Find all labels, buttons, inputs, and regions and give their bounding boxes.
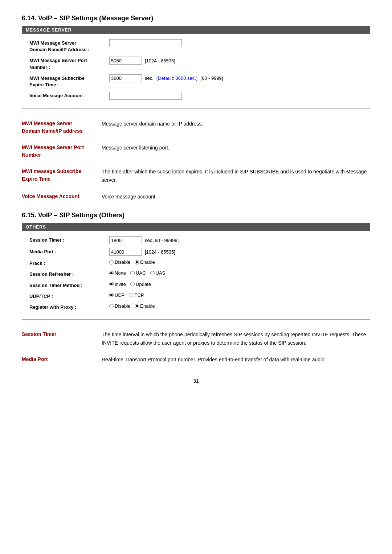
- timer-invite-item[interactable]: Invite: [109, 282, 126, 287]
- desc-mwi-port: MWI Message Server PortNumber Message se…: [22, 144, 370, 159]
- timer-update-item[interactable]: Update: [130, 282, 151, 287]
- timer-update-label: Update: [136, 282, 151, 287]
- mwi-domain-input[interactable]: [109, 39, 182, 47]
- proxy-enable-label: Enable: [140, 303, 155, 309]
- prack-enable-radio[interactable]: [135, 260, 139, 264]
- desc-mwi-subscribe-term: MWI message SubscribeExpire Time: [22, 168, 94, 184]
- others-body: Session Timer : sec.[90 - 99999] Media P…: [22, 231, 370, 319]
- mwi-expire-input[interactable]: [109, 74, 142, 82]
- tcp-item[interactable]: TCP: [129, 292, 144, 298]
- udp-tcp-row: UDP/TCP : UDP TCP: [29, 292, 363, 300]
- section-614-title: 6.14. VoIP – SIP Settings (Message Serve…: [22, 15, 370, 22]
- udp-radio[interactable]: [109, 293, 114, 297]
- others-header: OTHERS: [22, 223, 370, 231]
- register-proxy-control: Disable Enable: [109, 303, 363, 309]
- session-timer-method-label: Session Timer Method :: [29, 282, 109, 289]
- desc-mwi-subscribe: MWI message SubscribeExpire Time The tim…: [22, 168, 370, 184]
- desc-mwi-domain: MWI Message ServerDomain Name/IP address…: [22, 120, 370, 135]
- proxy-enable-radio[interactable]: [135, 304, 139, 308]
- prack-disable-label: Disable: [115, 259, 130, 265]
- mwi-port-input[interactable]: [109, 57, 142, 65]
- refresher-uas-item[interactable]: UAS: [150, 270, 166, 276]
- prack-row: Prack : Disable Enable: [29, 259, 363, 267]
- message-server-header: MESSAGE SERVER: [22, 26, 370, 34]
- media-port-hint: [1024 - 65535]: [145, 249, 175, 255]
- desc-mwi-domain-detail: Message server domain name or IP address…: [102, 120, 370, 135]
- desc-voice-message-term: Voice Message Account: [22, 193, 94, 201]
- refresher-uac-radio[interactable]: [130, 271, 135, 275]
- voice-message-account-label: Voice Message Account :: [29, 92, 109, 99]
- message-server-body: MWI Message ServerDomain Name/IP Address…: [22, 34, 370, 108]
- voice-message-account-control: [109, 92, 363, 100]
- udp-tcp-radio-group: UDP TCP: [109, 292, 144, 298]
- proxy-disable-item[interactable]: Disable: [109, 303, 130, 309]
- session-refresher-control: None UAC UAS: [109, 270, 363, 276]
- descriptions-615: Session Timer The time interval in which…: [22, 331, 370, 364]
- desc-mwi-port-term: MWI Message Server PortNumber: [22, 144, 94, 159]
- desc-session-timer-term: Session Timer: [22, 331, 94, 347]
- session-refresher-radio-group: None UAC UAS: [109, 270, 165, 276]
- mwi-port-control: [1024 - 65535]: [109, 57, 363, 65]
- timer-invite-label: Invite: [115, 282, 126, 287]
- mwi-port-row: MWI Message Server PortNumber : [1024 - …: [29, 57, 363, 70]
- prack-radio-group: Disable Enable: [109, 259, 155, 265]
- timer-invite-radio[interactable]: [109, 282, 114, 286]
- media-port-label: Media Port :: [29, 248, 109, 255]
- desc-mwi-domain-term: MWI Message ServerDomain Name/IP address: [22, 120, 94, 135]
- mwi-expire-row: MWI Message SubscribeExpire Time : sec. …: [29, 74, 363, 88]
- mwi-expire-label: MWI Message SubscribeExpire Time :: [29, 74, 109, 88]
- session-refresher-row: Session Refresher : None UAC UAS: [29, 270, 363, 278]
- udp-item[interactable]: UDP: [109, 292, 124, 298]
- voice-message-account-input[interactable]: [109, 92, 182, 100]
- tcp-radio[interactable]: [129, 293, 133, 297]
- desc-mwi-subscribe-detail: The time after which the subscription ex…: [102, 168, 370, 184]
- refresher-none-label: None: [115, 270, 126, 276]
- session-refresher-label: Session Refresher :: [29, 270, 109, 278]
- mwi-expire-hint-blue: (Default: 3600 sec.): [156, 75, 197, 81]
- prack-enable-label: Enable: [140, 259, 155, 265]
- prack-disable-item[interactable]: Disable: [109, 259, 130, 265]
- register-proxy-radio-group: Disable Enable: [109, 303, 155, 309]
- refresher-none-radio[interactable]: [109, 271, 114, 275]
- session-timer-method-control: Invite Update: [109, 282, 363, 287]
- desc-voice-message-detail: Voice message account: [102, 193, 370, 201]
- proxy-disable-label: Disable: [115, 303, 130, 309]
- prack-enable-item[interactable]: Enable: [135, 259, 155, 265]
- timer-update-radio[interactable]: [130, 282, 135, 286]
- desc-mwi-port-detail: Message server listening port.: [102, 144, 370, 159]
- prack-disable-radio[interactable]: [109, 260, 114, 264]
- register-proxy-label: Register with Proxy :: [29, 303, 109, 311]
- media-port-control: [1024 - 65535]: [109, 248, 363, 256]
- refresher-uas-label: UAS: [156, 270, 166, 276]
- mwi-expire-hint-plain: sec.: [145, 75, 154, 81]
- mwi-domain-label: MWI Message ServerDomain Name/IP Address…: [29, 39, 109, 53]
- desc-media-port: Media Port Real-time Transport Protocol …: [22, 356, 370, 364]
- refresher-uas-radio[interactable]: [150, 271, 155, 275]
- mwi-domain-row: MWI Message ServerDomain Name/IP Address…: [29, 39, 363, 53]
- others-box: OTHERS Session Timer : sec.[90 - 99999] …: [22, 223, 370, 320]
- session-timer-control: sec.[90 - 99999]: [109, 236, 363, 244]
- session-timer-hint: sec.[90 - 99999]: [145, 238, 179, 243]
- message-server-box: MESSAGE SERVER MWI Message ServerDomain …: [22, 26, 370, 109]
- section-615-title: 6.15. VoIP – SIP Settings (Others): [22, 212, 370, 219]
- mwi-port-hint: [1024 - 65535]: [145, 58, 175, 63]
- refresher-none-item[interactable]: None: [109, 270, 126, 276]
- desc-media-port-detail: Real-time Transport Protocol port number…: [102, 356, 370, 364]
- descriptions-614: MWI Message ServerDomain Name/IP address…: [22, 120, 370, 201]
- refresher-uac-label: UAC: [136, 270, 146, 276]
- desc-session-timer-detail: The time interval in which the phone per…: [102, 331, 370, 347]
- prack-control: Disable Enable: [109, 259, 363, 265]
- proxy-enable-item[interactable]: Enable: [135, 303, 155, 309]
- desc-voice-message: Voice Message Account Voice message acco…: [22, 193, 370, 201]
- refresher-uac-item[interactable]: UAC: [130, 270, 146, 276]
- session-timer-label: Session Timer :: [29, 236, 109, 243]
- proxy-disable-radio[interactable]: [109, 304, 114, 308]
- tcp-label: TCP: [134, 292, 144, 298]
- register-proxy-row: Register with Proxy : Disable Enable: [29, 303, 363, 311]
- udp-tcp-label: UDP/TCP :: [29, 292, 109, 300]
- media-port-input[interactable]: [109, 248, 142, 256]
- mwi-expire-control: sec. (Default: 3600 sec.) [60 - 9999]: [109, 74, 363, 82]
- voice-message-account-row: Voice Message Account :: [29, 92, 363, 100]
- session-timer-input[interactable]: [109, 236, 142, 244]
- mwi-domain-control: [109, 39, 363, 47]
